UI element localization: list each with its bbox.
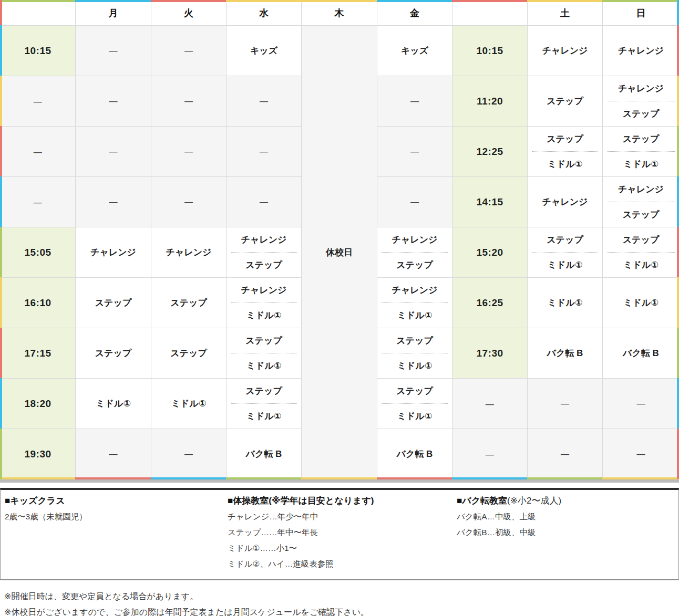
time-label: 10:15 — [24, 45, 51, 56]
legend-line: チャレンジ…年少〜年中 — [228, 509, 457, 525]
split-cell: ステップ ミドル① — [603, 227, 679, 277]
cell-label: ミドル① — [548, 298, 583, 308]
legend-title-note: (※小2〜成人) — [507, 496, 561, 506]
closed-label: 休校日 — [326, 247, 353, 257]
time-label: — — [34, 148, 43, 156]
cell-fri: ステップ ミドル① — [377, 379, 452, 429]
cell-mon: — — [76, 76, 151, 127]
cell-wed: — — [227, 177, 302, 227]
cell-tue: ミドル① — [151, 379, 227, 429]
footnotes: ※開催日時は、変更や定員となる場合があります。 ※休校日がございますので、ご参加… — [4, 589, 679, 616]
cell-label-top: ステップ — [377, 328, 452, 353]
time-cell-right: 16:25 — [452, 278, 528, 328]
header-sun: 日 — [603, 1, 679, 26]
cell-label: チャレンジ — [166, 247, 212, 257]
split-cell: ステップ ミドル① — [528, 227, 602, 277]
corner-cell-mid — [452, 1, 528, 26]
cell-sun: チャレンジ ステップ — [603, 177, 679, 227]
split-cell: チャレンジ ミドル① — [377, 278, 452, 328]
cell-label-top: チャレンジ — [377, 278, 452, 302]
cell-mon: — — [76, 127, 151, 177]
time-cell-left: 15:05 — [1, 227, 76, 278]
time-cell-left: — — [1, 127, 76, 177]
cell-wed: ステップ ミドル① — [227, 379, 302, 429]
cell-label-bottom: ミドル① — [528, 253, 602, 277]
cell-label: — — [109, 197, 118, 206]
cell-label: ステップ — [95, 348, 132, 358]
split-cell: ステップ ミドル① — [603, 127, 679, 176]
cell-label: — — [637, 399, 645, 408]
time-cell-left: 19:30 — [1, 429, 76, 479]
time-label: — — [486, 450, 495, 459]
cell-label: チャレンジ — [618, 46, 664, 56]
cell-label-bottom: ミドル① — [377, 303, 452, 328]
cell-wed: — — [227, 127, 302, 177]
cell-label: — — [184, 147, 193, 156]
cell-fri: キッズ — [377, 26, 452, 76]
legend-title: ■キッズクラス — [5, 496, 65, 506]
cell-label: バク転 B — [547, 348, 583, 358]
legend-line: 2歳〜3歳（未就園児） — [5, 509, 228, 525]
time-cell-right: 12:25 — [452, 127, 528, 177]
cell-label-bottom: ステップ — [227, 253, 301, 277]
split-cell: チャレンジ ステップ — [603, 177, 679, 227]
legend-line: ステップ……年中〜年長 — [228, 525, 457, 540]
cell-label: チャレンジ — [90, 247, 136, 257]
cell-sat: ミドル① — [528, 278, 603, 328]
split-cell: チャレンジ ステップ — [603, 76, 679, 126]
time-cell-left: 10:15 — [1, 26, 76, 76]
legend-section-taiso: ■体操教室(※学年は目安となります) チャレンジ…年少〜年中 ステップ……年中〜… — [228, 493, 457, 572]
cell-label-top: ステップ — [227, 379, 301, 403]
header-thu: 木 — [302, 1, 377, 26]
split-cell: チャレンジ ミドル① — [227, 278, 301, 328]
cell-label: — — [260, 97, 268, 106]
cell-sun: チャレンジ — [603, 26, 679, 76]
cell-label: — — [109, 147, 118, 156]
header-row: 月 火 水 木 金 土 日 — [1, 1, 679, 26]
cell-label: バク転 B — [397, 449, 433, 459]
cell-wed: チャレンジ ステップ — [227, 227, 302, 278]
cell-tue: — — [151, 177, 227, 227]
time-cell-left: 17:15 — [1, 328, 76, 379]
time-cell-right: — — [452, 429, 528, 479]
cell-label-top: ステップ — [603, 227, 679, 252]
header-wed: 水 — [227, 1, 302, 26]
cell-label: — — [260, 197, 268, 206]
cell-label-top: ステップ — [603, 127, 679, 151]
cell-tue: — — [151, 127, 227, 177]
time-label: — — [486, 400, 495, 409]
cell-label: — — [109, 97, 118, 106]
time-label: 12:25 — [476, 146, 503, 157]
time-cell-right: 17:30 — [452, 328, 528, 379]
time-cell-right: 10:15 — [452, 26, 528, 76]
cell-label-top: チャレンジ — [227, 278, 301, 302]
split-cell: ステップ ミドル① — [227, 328, 301, 378]
cell-label: — — [410, 147, 419, 156]
cell-fri: ステップ ミドル① — [377, 328, 452, 379]
cell-tue: チャレンジ — [151, 227, 227, 278]
cell-wed: — — [227, 76, 302, 127]
cell-label-top: ステップ — [377, 379, 452, 403]
cell-label: — — [184, 97, 193, 106]
cell-label-bottom: ミドル① — [528, 152, 602, 176]
legend-box: ■キッズクラス 2歳〜3歳（未就園児） ■体操教室(※学年は目安となります) チ… — [0, 488, 679, 580]
cell-tue: — — [151, 429, 227, 479]
cell-label: — — [561, 399, 569, 408]
table-shadow — [0, 479, 679, 483]
cell-label-bottom: ミドル① — [377, 353, 452, 378]
cell-wed: キッズ — [227, 26, 302, 76]
cell-label: バク転 B — [623, 348, 659, 358]
cell-label-bottom: ミドル① — [227, 404, 301, 429]
time-label: 18:20 — [24, 398, 51, 409]
cell-label-bottom: ステップ — [603, 101, 679, 126]
legend-section-bakuten: ■バク転教室(※小2〜成人) バク転A…中級、上級 バク転B…初級、中級 — [457, 493, 673, 572]
time-cell-right: 11:20 — [452, 76, 528, 127]
legend-line: ミドル①……小1〜 — [228, 540, 457, 556]
footnote-line: ※休校日がございますので、ご参加の際は年間予定表または月間スケジュールをご確認下… — [4, 604, 679, 616]
cell-label-top: ステップ — [528, 127, 602, 151]
footnote-line: ※開催日時は、変更や定員となる場合があります。 — [4, 589, 679, 604]
split-cell: チャレンジ ステップ — [377, 227, 452, 277]
cell-tue: ステップ — [151, 328, 227, 379]
cell-sat: ステップ — [528, 76, 603, 127]
cell-wed: ステップ ミドル① — [227, 328, 302, 379]
